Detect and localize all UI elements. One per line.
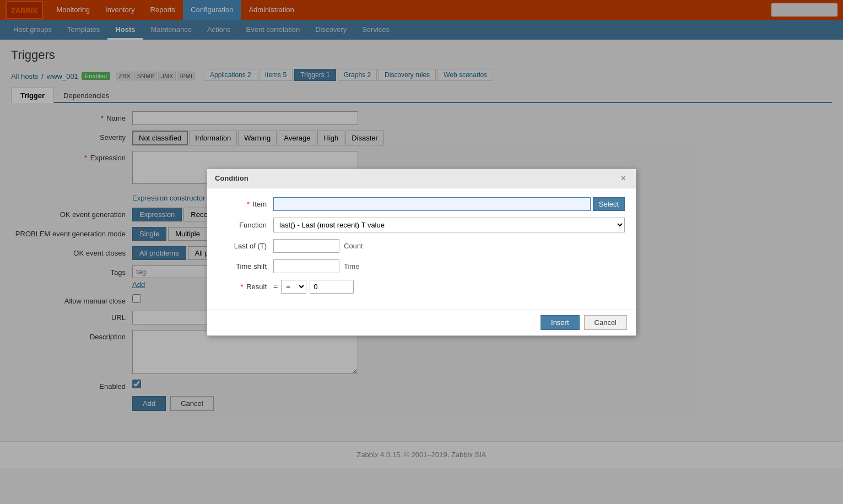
- count-label: Count: [344, 242, 363, 250]
- modal-last-of-t-row: Last of (T) Count: [218, 239, 625, 253]
- last-of-t-input[interactable]: [273, 239, 339, 253]
- modal-cancel-button[interactable]: Cancel: [584, 315, 627, 330]
- item-select-button[interactable]: Select: [593, 197, 625, 211]
- modal-insert-button[interactable]: Insert: [541, 315, 580, 330]
- modal-last-of-t-label: Last of (T): [218, 242, 273, 250]
- result-value-input[interactable]: [310, 280, 354, 294]
- modal-title: Condition: [215, 174, 248, 182]
- modal-item-label: * Item: [218, 200, 273, 208]
- time-shift-input[interactable]: [273, 259, 339, 273]
- item-input[interactable]: [273, 197, 591, 211]
- modal-result-row: * Result = = < > <= >=: [218, 280, 625, 294]
- function-select[interactable]: last() - Last (most recent) T value: [273, 218, 625, 232]
- result-group: = = < > <= >=: [273, 280, 354, 294]
- modal-item-row: * Item Select: [218, 197, 625, 211]
- modal-footer: Insert Cancel: [207, 309, 636, 335]
- modal-overlay[interactable]: Condition × * Item Select Function last(…: [0, 0, 843, 468]
- modal-time-shift-row: Time shift Time: [218, 259, 625, 273]
- condition-modal: Condition × * Item Select Function last(…: [207, 169, 636, 336]
- time-label: Time: [344, 262, 359, 270]
- result-eq: =: [273, 282, 278, 291]
- result-operator-select[interactable]: = < > <= >=: [281, 280, 306, 294]
- modal-result-label: * Result: [218, 283, 273, 291]
- modal-function-row: Function last() - Last (most recent) T v…: [218, 218, 625, 232]
- modal-body: * Item Select Function last() - Last (mo…: [207, 188, 636, 309]
- modal-time-shift-label: Time shift: [218, 262, 273, 270]
- modal-function-label: Function: [218, 221, 273, 229]
- modal-header: Condition ×: [207, 169, 636, 188]
- modal-close-button[interactable]: ×: [619, 174, 628, 183]
